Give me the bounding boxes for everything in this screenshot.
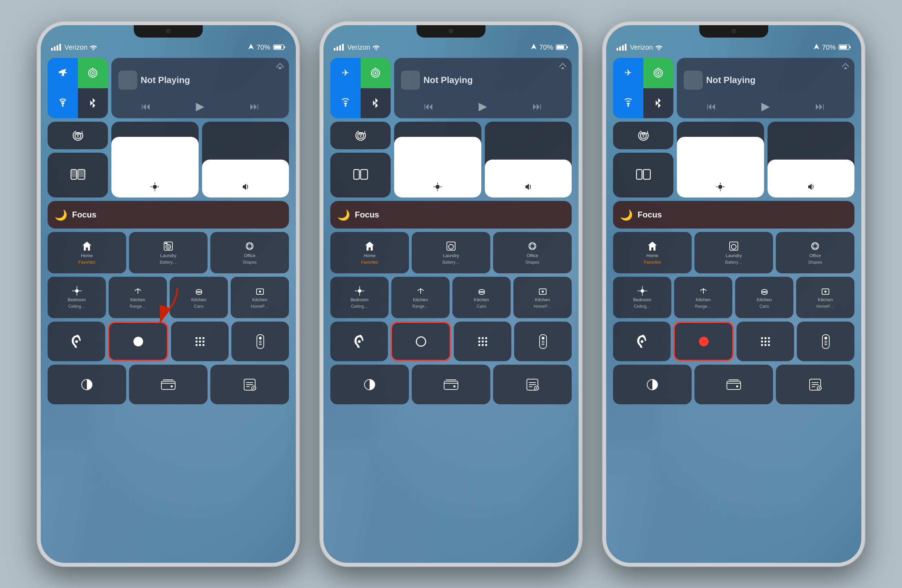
bedroom-ceiling-tile-2[interactable]: Bedroom Ceiling…: [330, 277, 388, 318]
office-tile-1[interactable]: Office Shapes: [210, 232, 289, 273]
play-btn-1[interactable]: ▶: [196, 100, 205, 113]
vol-up-btn-1[interactable]: [37, 94, 39, 116]
vol-down-btn-2[interactable]: [320, 122, 322, 144]
wallet-tile-1[interactable]: [129, 364, 208, 404]
vol-down-btn-1[interactable]: [37, 122, 39, 144]
airplay-icon-1[interactable]: [276, 62, 284, 70]
moon-icon-3: 🌙: [620, 209, 633, 221]
laundry-tile-2[interactable]: Laundry Battery…: [412, 232, 490, 273]
svg-point-112: [542, 337, 545, 339]
power-btn-1[interactable]: [297, 105, 299, 136]
svg-point-118: [453, 385, 456, 388]
prev-btn-3[interactable]: ⏮: [706, 101, 716, 112]
play-btn-2[interactable]: ▶: [479, 100, 487, 113]
prev-btn-1[interactable]: ⏮: [141, 101, 151, 112]
next-btn-2[interactable]: ⏭: [532, 101, 542, 112]
next-btn-1[interactable]: ⏭: [250, 101, 259, 112]
home-favorites-tile-1[interactable]: Home Favorites: [48, 232, 126, 273]
vol-up-btn-2[interactable]: [320, 94, 322, 116]
volume-slider-1[interactable]: [202, 122, 289, 197]
wifi-btn-1[interactable]: [48, 88, 78, 119]
kitchen-homep-tile-1[interactable]: Kitchen HomeP…: [231, 277, 289, 318]
laundry-tile-3[interactable]: Laundry Battery…: [694, 232, 773, 273]
cellular-btn-2[interactable]: [361, 58, 391, 88]
ear-tile-3[interactable]: [613, 322, 671, 361]
keypad-tile-1[interactable]: [171, 322, 229, 361]
volume-slider-3[interactable]: [767, 122, 855, 197]
bedroom-ceiling-tile-1[interactable]: Bedroom Ceiling…: [48, 277, 106, 318]
lock-rotation-btn-1[interactable]: [48, 122, 108, 149]
wallet-tile-2[interactable]: [412, 364, 490, 404]
wallet-tile-3[interactable]: [694, 364, 773, 404]
keypad-tile-2[interactable]: [454, 322, 511, 361]
prev-btn-2[interactable]: ⏮: [424, 101, 434, 112]
lock-rotation-btn-3[interactable]: [613, 122, 673, 149]
bar1-2: [334, 48, 335, 51]
laundry-tile-1[interactable]: Laundry Battery…: [129, 232, 208, 273]
kitchen-range-tile-2[interactable]: Kitchen Range…: [391, 277, 449, 318]
home-favorites-tile-2[interactable]: Home Favorites: [330, 232, 409, 273]
remote-tile-3[interactable]: [797, 322, 854, 361]
kitchen-range-tile-1[interactable]: Kitchen Range…: [109, 277, 167, 318]
next-btn-3[interactable]: ⏭: [815, 101, 825, 112]
silent-btn-3[interactable]: [603, 74, 605, 87]
wifi-btn-2[interactable]: [330, 88, 361, 119]
screen-mirror-btn-2[interactable]: [330, 153, 391, 197]
focus-btn-3[interactable]: 🌙 Focus: [613, 201, 854, 228]
album-art-2: [401, 70, 420, 90]
remote-tile-2[interactable]: [514, 322, 572, 361]
kitchen-cans-tile-2[interactable]: Kitchen Cans: [453, 277, 511, 318]
contrast-tile-2[interactable]: [330, 364, 409, 404]
cellular-btn-1[interactable]: [78, 58, 108, 88]
vol-down-btn-3[interactable]: [603, 122, 605, 144]
bluetooth-btn-2[interactable]: [361, 88, 391, 119]
contrast-tile-1[interactable]: [48, 364, 126, 404]
kitchen-cans-tile-1[interactable]: Kitchen Cans: [170, 277, 228, 318]
silent-btn-2[interactable]: [320, 74, 322, 87]
cellular-btn-3[interactable]: [644, 58, 674, 88]
power-btn-3[interactable]: [863, 105, 865, 136]
focus-btn-1[interactable]: 🌙 Focus: [48, 201, 289, 228]
brightness-slider-2[interactable]: [394, 122, 481, 197]
home-favorites-tile-3[interactable]: Home Favorites: [613, 232, 692, 273]
brightness-slider-1[interactable]: [111, 122, 199, 197]
silent-btn-1[interactable]: [37, 74, 39, 87]
contrast-tile-3[interactable]: [613, 364, 692, 404]
play-btn-3[interactable]: ▶: [761, 100, 770, 113]
notes-tile-1[interactable]: [210, 364, 289, 404]
record-tile-3[interactable]: [673, 322, 734, 361]
svg-rect-2: [274, 45, 281, 49]
vol-up-btn-3[interactable]: [603, 94, 605, 116]
office-tile-2[interactable]: Office Shapes: [493, 232, 572, 273]
office-tile-3[interactable]: Office Shapes: [776, 232, 854, 273]
record-tile-2[interactable]: [391, 322, 451, 361]
kitchen-homep-tile-2[interactable]: Kitchen HomeP…: [514, 277, 572, 318]
volume-slider-2[interactable]: [485, 122, 572, 197]
airplane-btn-1[interactable]: ✈: [48, 58, 78, 88]
wifi-btn-3[interactable]: [613, 88, 644, 119]
bluetooth-btn-3[interactable]: [644, 88, 674, 119]
ear-tile-1[interactable]: [48, 322, 105, 361]
airplane-btn-2[interactable]: ✈: [330, 58, 361, 88]
office-sublabel-1: Shapes: [243, 260, 257, 265]
notes-tile-2[interactable]: [493, 364, 572, 404]
brightness-slider-3[interactable]: [677, 122, 764, 197]
screen-mirror-btn-3[interactable]: [613, 153, 673, 197]
airplane-btn-3[interactable]: ✈: [613, 58, 644, 88]
record-tile-1[interactable]: [108, 322, 168, 361]
bluetooth-btn-1[interactable]: [78, 88, 108, 119]
keypad-tile-3[interactable]: [736, 322, 794, 361]
airplay-icon-2[interactable]: [559, 62, 567, 70]
kitchen-cans-tile-3[interactable]: Kitchen Cans: [735, 277, 793, 318]
ear-tile-2[interactable]: [330, 322, 388, 361]
bedroom-ceiling-tile-3[interactable]: Bedroom Ceiling…: [613, 277, 671, 318]
lock-rotation-btn-2[interactable]: [330, 122, 391, 149]
screen-mirror-btn-1[interactable]: [48, 153, 108, 197]
kitchen-range-tile-3[interactable]: Kitchen Range…: [674, 277, 732, 318]
notes-tile-3[interactable]: [776, 364, 854, 404]
focus-btn-2[interactable]: 🌙 Focus: [330, 201, 572, 228]
airplay-icon-3[interactable]: [841, 62, 850, 70]
kitchen-homep-tile-3[interactable]: Kitchen HomeP…: [796, 277, 854, 318]
power-btn-2[interactable]: [580, 105, 582, 136]
remote-tile-1[interactable]: [231, 322, 289, 361]
